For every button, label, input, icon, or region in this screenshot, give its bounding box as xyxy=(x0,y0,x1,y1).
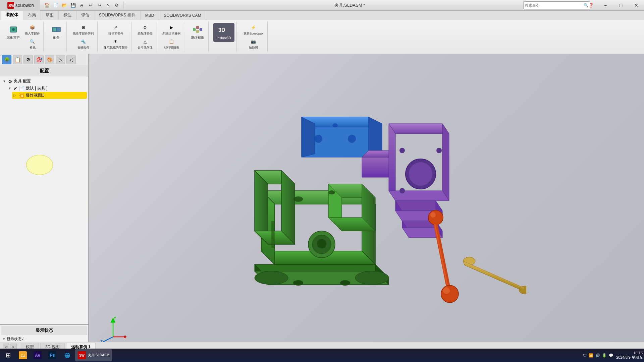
start-button[interactable]: ⊞ xyxy=(1,349,15,361)
taskbar-right: 🛡 📶 🔊 🔋 💬 16:15 2024/8/9 星期五 xyxy=(583,351,643,360)
close-button[interactable]: ✕ xyxy=(629,0,644,11)
tab-sw-cam[interactable]: SOLIDWORKS CAM xyxy=(159,11,206,20)
feature-tree-icon[interactable]: 🌳 xyxy=(2,55,11,64)
linear-array-button[interactable]: ⊞ 线性零部件阵列 xyxy=(71,23,95,37)
notification-icon[interactable]: 💬 xyxy=(609,353,613,358)
print-icon[interactable]: 🖨 xyxy=(78,1,86,9)
new-motion-button[interactable]: ▶ 新建运动算例 xyxy=(161,23,182,37)
instant3d-label: Instant3D xyxy=(217,36,231,40)
explode-view-label: 爆炸视图 xyxy=(191,36,204,40)
assemble-label: 装配零件 xyxy=(7,36,20,40)
ribbon-group-instant3d: 3D Instant3D xyxy=(211,22,237,52)
property-manager-icon[interactable]: 📋 xyxy=(13,55,22,64)
svg-text:3D: 3D xyxy=(218,27,225,33)
dm-icon[interactable]: 🎯 xyxy=(34,55,44,64)
config-manager-icon[interactable]: ⚙ xyxy=(23,55,33,64)
tab-sketch[interactable]: 草图 xyxy=(41,11,59,20)
volume-icon[interactable]: 🔊 xyxy=(595,353,600,358)
tab-mbd[interactable]: MBD xyxy=(141,11,159,20)
window-controls: − □ ✕ xyxy=(598,0,644,11)
redo-icon[interactable]: ↪ xyxy=(95,1,103,9)
solidworks-taskbar-button[interactable]: SW 夹具.SLDASM xyxy=(75,349,112,361)
undo-icon[interactable]: ↩ xyxy=(87,1,95,9)
chrome-button[interactable]: 🌐 xyxy=(60,349,74,361)
file-explorer-button[interactable]: 🗂 xyxy=(16,349,30,361)
tab-assembly[interactable]: 装配体 xyxy=(1,11,23,20)
tab-evaluate[interactable]: 评估 xyxy=(76,11,94,20)
instant3d-button[interactable]: 3D Instant3D xyxy=(213,23,234,42)
options-icon[interactable]: ⚙ xyxy=(113,1,121,9)
tree-area: ▼ ⚙ 夹具 配置 ▼ ✔ 📄 默认 [ 夹具 ] ▷ 💥 爆炸视图1 xyxy=(0,76,88,324)
file-explorer-icon: 🗂 xyxy=(19,351,27,359)
inspect-button[interactable]: 🔍 检视 xyxy=(23,37,41,51)
svg-point-48 xyxy=(340,280,350,286)
tree-default-label: 默认 [ 夹具 ] xyxy=(26,85,86,91)
snapshot-icon: 📷 xyxy=(250,38,257,45)
svg-text:SW: SW xyxy=(8,3,15,8)
tab-layout[interactable]: 布局 xyxy=(23,11,41,20)
viewport[interactable]: Y X Z xyxy=(90,54,644,351)
ref-geometry-button[interactable]: △ 参考几何体 xyxy=(136,37,154,51)
ps-button[interactable]: Ps xyxy=(46,349,59,361)
tab-annotation[interactable]: 标注 xyxy=(59,11,76,20)
expand-icon[interactable]: ▷ xyxy=(56,55,65,64)
assembly-view xyxy=(90,64,644,351)
tree-item-root[interactable]: ▼ ⚙ 夹具 配置 xyxy=(1,78,87,85)
move-part-icon: ↗ xyxy=(112,24,119,31)
save-icon[interactable]: 💾 xyxy=(69,1,77,9)
home-icon[interactable]: 🏠 xyxy=(43,1,51,9)
svg-marker-22 xyxy=(389,124,449,134)
svg-point-4 xyxy=(12,28,15,31)
config-default-icon: ✔ xyxy=(13,86,17,91)
maximize-button[interactable]: □ xyxy=(613,0,629,11)
panel-title: 配置 xyxy=(0,66,88,76)
update-speedpak-button[interactable]: ⚡ 更新Speedpak xyxy=(241,23,265,37)
svg-rect-65 xyxy=(271,221,275,248)
move-part-button[interactable]: ↗ 移动零部件 xyxy=(102,23,129,37)
explode-view-icon xyxy=(192,24,203,35)
new-motion-icon: ▶ xyxy=(168,24,175,31)
mate-icon xyxy=(51,24,62,35)
status-item-1[interactable]: ○ 显示状态-1 xyxy=(1,335,87,343)
new-doc-icon[interactable]: 📄 xyxy=(52,1,60,9)
svg-point-28 xyxy=(399,148,405,153)
ae-button[interactable]: Ae xyxy=(31,349,44,361)
open-icon[interactable]: 📂 xyxy=(60,1,68,9)
solidworks-taskbar-icon: SW xyxy=(78,351,86,359)
ribbon-group-move: ↗ 移动零部件 👁 显示隐藏的零部件 xyxy=(100,22,131,52)
collapse-icon[interactable]: ◁ xyxy=(66,55,76,64)
assemble-part-button[interactable]: 装配零件 xyxy=(5,23,22,41)
svg-text:Y: Y xyxy=(114,317,116,320)
search-input[interactable] xyxy=(525,3,584,7)
tree-item-default[interactable]: ▼ ✔ 📄 默认 [ 夹具 ] xyxy=(7,85,87,92)
ribbon-tabs: 装配体 布局 草图 标注 评估 SOLIDWORKS 插件 MBD SOLIDW… xyxy=(0,11,644,20)
left-panel: 🌳 📋 ⚙ 🎯 🎨 ▷ ◁ 配置 ▼ ⚙ 夹具 配置 ▼ ✔ 📄 默认 [ 夹具… xyxy=(0,54,89,351)
show-hide-button[interactable]: 👁 显示隐藏的零部件 xyxy=(102,37,129,51)
battery-icon: 🔋 xyxy=(602,353,607,358)
show-hide-icon: 👁 xyxy=(112,38,119,45)
appearance-icon[interactable]: 🎨 xyxy=(45,55,54,64)
smart-fastener-button[interactable]: 🔩 智能扣件 xyxy=(71,37,95,51)
ribbon-group-array: ⊞ 线性零部件阵列 🔩 智能扣件 xyxy=(69,22,98,52)
inspect-icon: 🔍 xyxy=(29,38,36,45)
yellow-bar xyxy=(463,257,526,294)
search-bar: 🔍 xyxy=(523,1,590,9)
asm-feature-button[interactable]: ⚙ 装配体特征 xyxy=(136,23,154,37)
insert-part-button[interactable]: 📦 插入零部件 xyxy=(23,23,41,37)
ref-geometry-icon: △ xyxy=(142,38,149,45)
orange-rod xyxy=(428,210,459,303)
titlebar: SW SOLIDWORKS 🏠 📄 📂 💾 🖨 ↩ ↪ ↖ ⚙ 夹具.SLDAS… xyxy=(0,0,644,11)
new-motion-label: 新建运动算例 xyxy=(162,32,180,36)
tree-item-explode[interactable]: ▷ 💥 爆炸视图1 xyxy=(12,92,87,99)
snapshot-label: 拍快照 xyxy=(249,46,258,50)
mate-button[interactable]: 配合 xyxy=(48,23,64,41)
minimize-button[interactable]: − xyxy=(598,0,613,11)
explode-view-button[interactable]: 爆炸视图 xyxy=(189,23,206,41)
select-icon[interactable]: ↖ xyxy=(104,1,112,9)
expand-icon-root: ▼ xyxy=(3,79,7,83)
tab-sw-plugins[interactable]: SOLIDWORKS 插件 xyxy=(94,11,141,20)
snapshot-button[interactable]: 📷 拍快照 xyxy=(241,37,265,51)
svg-point-27 xyxy=(409,162,432,186)
bom-button[interactable]: 📋 材料明细表 xyxy=(161,37,182,51)
search-icon[interactable]: 🔍 xyxy=(584,3,589,8)
